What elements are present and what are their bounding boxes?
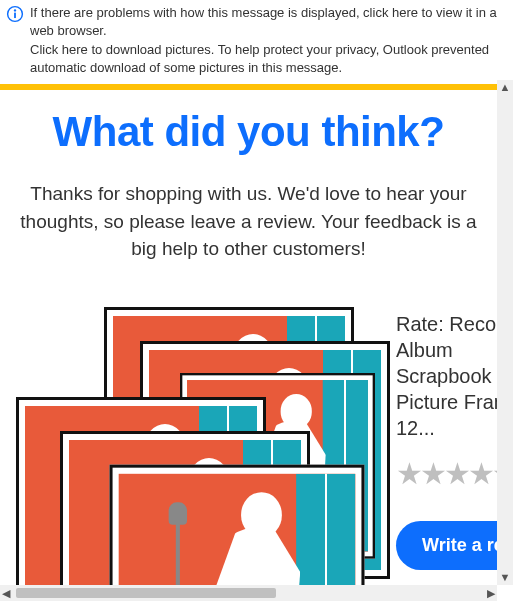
scroll-left-icon[interactable]: ◀ bbox=[2, 588, 10, 599]
scroll-right-icon[interactable]: ▶ bbox=[487, 588, 495, 599]
star-icon[interactable]: ★ bbox=[420, 459, 444, 489]
scroll-down-icon[interactable]: ▼ bbox=[500, 572, 511, 583]
email-subhead: Thanks for shopping with us. We'd love t… bbox=[10, 180, 487, 263]
svg-rect-2 bbox=[14, 13, 16, 18]
star-icon[interactable]: ★ bbox=[396, 459, 420, 489]
email-body: What did you think? Thanks for shopping … bbox=[0, 90, 497, 597]
product-image: COLLECT COLLECT COLLECT bbox=[16, 307, 356, 597]
vertical-scrollbar[interactable]: ▲ ▼ bbox=[497, 80, 513, 585]
star-rating[interactable]: ★ ★ ★ ★ ★ bbox=[396, 459, 497, 489]
scroll-up-icon[interactable]: ▲ bbox=[500, 82, 511, 93]
product-info: Rate: Record Album Scrapbook Picture Fra… bbox=[396, 307, 497, 570]
write-review-button[interactable]: Write a review bbox=[396, 521, 497, 570]
star-icon[interactable]: ★ bbox=[468, 459, 492, 489]
star-icon[interactable]: ★ bbox=[444, 459, 468, 489]
outlook-info-bar[interactable]: If there are problems with how this mess… bbox=[0, 0, 513, 84]
info-line-pictures: Click here to download pictures. To help… bbox=[30, 41, 507, 76]
info-bar-text: If there are problems with how this mess… bbox=[30, 4, 507, 76]
email-content-viewport: What did you think? Thanks for shopping … bbox=[0, 90, 497, 601]
info-line-display: If there are problems with how this mess… bbox=[30, 4, 507, 39]
svg-point-1 bbox=[14, 9, 16, 11]
scrollbar-thumb[interactable] bbox=[16, 588, 276, 598]
horizontal-scrollbar[interactable]: ◀ ▶ bbox=[0, 585, 497, 601]
product-frame bbox=[110, 464, 365, 601]
product-row: COLLECT COLLECT COLLECT bbox=[10, 307, 487, 597]
info-icon bbox=[6, 5, 24, 23]
email-headline: What did you think? bbox=[10, 108, 487, 156]
product-rate-label: Rate: Record Album Scrapbook Picture Fra… bbox=[396, 311, 497, 441]
